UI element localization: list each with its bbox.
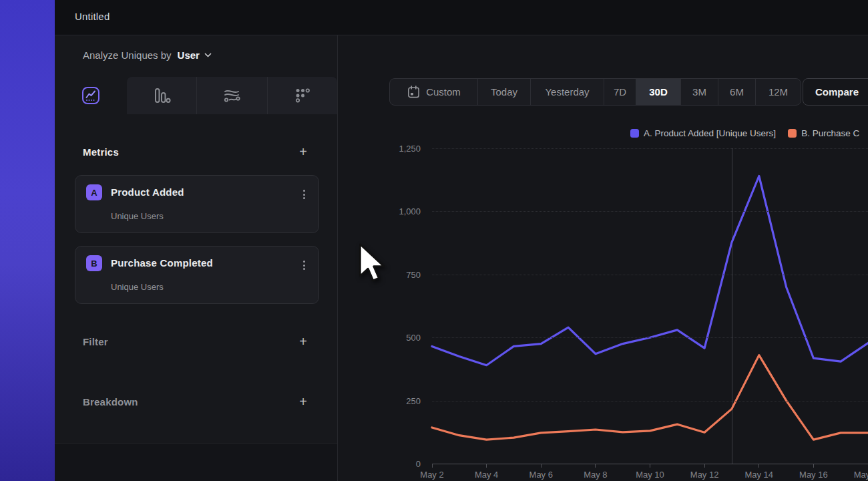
chart-series-svg (432, 148, 868, 464)
x-tick-label: May 4 (467, 470, 507, 480)
flow-icon (222, 86, 242, 106)
line-chart-icon (81, 86, 101, 106)
y-tick-label: 1,000 (366, 206, 421, 216)
x-tick-label: May 16 (793, 470, 833, 480)
breakdown-section-header: Breakdown + (83, 395, 307, 408)
y-tick-label: 1,250 (366, 144, 421, 154)
metric-grid-icon (292, 86, 312, 106)
x-tick (813, 464, 814, 468)
x-tick (758, 464, 759, 468)
range-custom[interactable]: Custom (390, 79, 477, 105)
metric-options-kebab-icon[interactable] (298, 188, 309, 200)
metric-badge-b: B (86, 255, 102, 271)
x-tick (595, 464, 596, 468)
compare-button[interactable]: Compare (803, 78, 868, 106)
range-label: Yesterday (545, 86, 589, 98)
breakdown-title: Breakdown (83, 396, 138, 408)
calendar-icon (407, 85, 421, 99)
range-3m[interactable]: 3M (680, 79, 718, 105)
chart-type-tabs (55, 77, 337, 114)
bar-chart-icon (152, 86, 172, 106)
y-tick-label: 500 (366, 333, 421, 343)
mouse-cursor (358, 243, 387, 287)
analyze-label: Analyze Uniques by (83, 49, 172, 61)
x-tick-label: May 18 (848, 470, 868, 480)
gridline (432, 275, 868, 275)
metric-card-b[interactable]: B Purchase Completed Unique Users (75, 246, 319, 304)
tab-metric-grid[interactable] (267, 77, 337, 114)
metric-name: Product Added (111, 186, 184, 198)
x-tick (704, 464, 705, 468)
y-axis-labels: 02505007501,0001,250 (366, 148, 421, 464)
metric-card-a[interactable]: A Product Added Unique Users (75, 175, 319, 233)
x-tick-label: May 12 (684, 470, 724, 480)
sidebar-footer (55, 443, 337, 481)
tab-flow[interactable] (196, 77, 266, 114)
metric-options-kebab-icon[interactable] (298, 259, 309, 271)
range-6m[interactable]: 6M (718, 79, 755, 105)
range-today[interactable]: Today (477, 79, 530, 105)
x-tick-label: May 10 (630, 470, 670, 480)
gridline (432, 148, 868, 149)
x-tick-label: May 14 (739, 470, 779, 480)
x-tick (432, 464, 433, 468)
gridline (432, 211, 868, 212)
metrics-title: Metrics (83, 146, 119, 158)
range-label: 30D (649, 86, 668, 98)
gridline (432, 337, 868, 338)
x-tick-label: May 8 (576, 470, 616, 480)
metric-measure[interactable]: Unique Users (111, 282, 164, 292)
range-label: 12M (769, 86, 788, 98)
tab-line-chart[interactable] (55, 77, 127, 114)
gridline (432, 401, 868, 402)
legend-swatch (630, 129, 639, 138)
chevron-down-icon[interactable] (204, 53, 212, 57)
top-bar: Untitled (55, 0, 868, 35)
app-window: Untitled Analyze Uniques by User (0, 0, 868, 481)
date-range-control: CustomTodayYesterday7D30D3M6M12M (389, 78, 801, 106)
x-tick (650, 464, 650, 468)
report-title[interactable]: Untitled (75, 11, 110, 22)
range-30d[interactable]: 30D (636, 79, 680, 105)
legend-item[interactable]: A. Product Added [Unique Users] (630, 128, 776, 138)
chart-legend: A. Product Added [Unique Users]B. Purcha… (630, 128, 859, 138)
series-line (432, 355, 868, 440)
chart-type-tab-tray (127, 77, 337, 114)
tab-bar-chart[interactable] (127, 77, 196, 114)
query-sidebar: Analyze Uniques by User (55, 35, 337, 481)
legend-label: A. Product Added [Unique Users] (644, 128, 776, 138)
line-chart-plot[interactable]: May 2May 4May 6May 8May 10May 12May 14Ma… (432, 148, 868, 464)
filter-title: Filter (83, 336, 108, 347)
range-label: Custom (426, 86, 461, 98)
left-gradient-strip (0, 0, 55, 481)
range-yesterday[interactable]: Yesterday (530, 79, 604, 105)
legend-item[interactable]: B. Purchase C (788, 128, 859, 138)
x-tick-label: May 6 (521, 470, 561, 480)
filter-section-header: Filter + (83, 335, 307, 348)
add-metric-button[interactable]: + (299, 145, 307, 158)
metrics-section-header: Metrics + (83, 145, 307, 158)
add-breakdown-button[interactable]: + (299, 395, 307, 408)
x-tick (541, 464, 541, 468)
x-tick (486, 464, 487, 468)
legend-label: B. Purchase C (801, 128, 859, 138)
range-label: Today (491, 86, 517, 98)
analyze-value-dropdown[interactable]: User (178, 49, 200, 61)
add-filter-button[interactable]: + (299, 335, 307, 348)
range-7d[interactable]: 7D (604, 79, 636, 105)
range-label: 3M (692, 86, 706, 98)
range-label: 7D (614, 86, 626, 98)
range-label: 6M (730, 86, 744, 98)
analyze-uniques-row: Analyze Uniques by User (83, 49, 212, 61)
x-tick-label: May 2 (412, 470, 452, 480)
y-tick-label: 0 (366, 459, 421, 469)
y-tick-label: 250 (366, 396, 421, 406)
metric-badge-a: A (86, 184, 102, 200)
legend-swatch (788, 129, 797, 138)
metric-measure[interactable]: Unique Users (111, 211, 164, 221)
range-12m[interactable]: 12M (755, 79, 801, 105)
metric-name: Purchase Completed (111, 257, 213, 269)
